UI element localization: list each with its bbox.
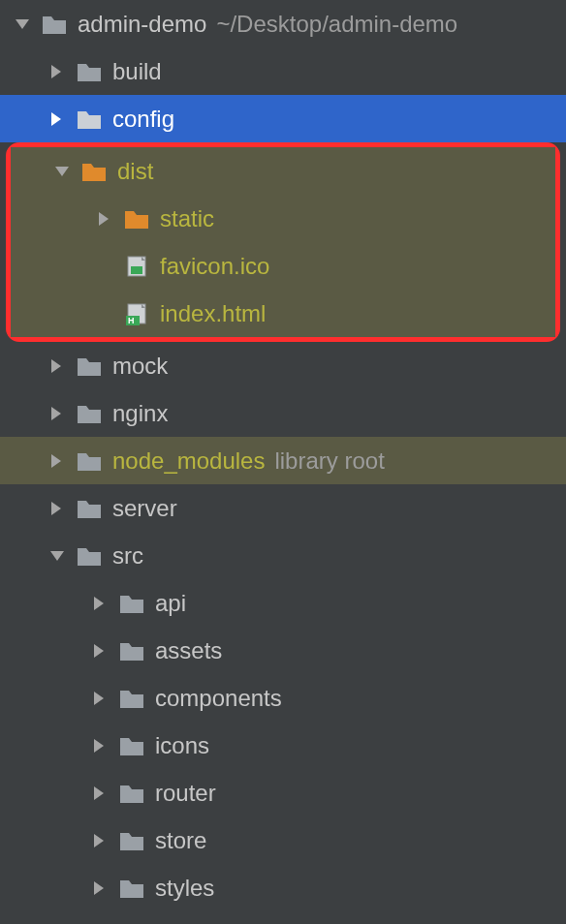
folder-icon — [76, 60, 103, 83]
folder-icon — [41, 13, 68, 36]
tree-item-dist[interactable]: dist — [11, 147, 555, 195]
item-label: assets — [155, 637, 222, 664]
tree-item-index[interactable]: index.html — [11, 290, 555, 337]
folder-icon — [118, 592, 145, 615]
tree-item-build[interactable]: build — [0, 47, 566, 95]
item-label: api — [155, 590, 186, 617]
chevron-right-icon[interactable] — [48, 500, 66, 517]
item-label: src — [112, 542, 143, 570]
root-label: admin-demo — [78, 11, 206, 38]
folder-icon — [118, 734, 145, 757]
image-file-icon — [123, 255, 150, 278]
tree-item-assets[interactable]: assets — [0, 627, 566, 674]
tree-item-router[interactable]: router — [0, 769, 566, 816]
project-tree: admin-demo ~/Desktop/admin-demo build co… — [0, 0, 566, 924]
folder-icon — [80, 160, 108, 183]
chevron-right-icon[interactable] — [91, 737, 109, 755]
folder-icon — [118, 782, 145, 805]
item-label: build — [112, 58, 162, 85]
chevron-right-icon[interactable] — [48, 452, 66, 470]
html-file-icon — [123, 302, 150, 325]
chevron-right-icon[interactable] — [91, 879, 109, 897]
item-note: library root — [274, 447, 384, 475]
tree-item-node-modules[interactable]: node_modules library root — [0, 437, 566, 484]
folder-icon — [118, 687, 145, 710]
folder-icon — [76, 449, 103, 473]
chevron-right-icon[interactable] — [48, 357, 66, 375]
chevron-right-icon[interactable] — [48, 405, 66, 422]
item-label: components — [155, 685, 282, 712]
chevron-right-icon[interactable] — [96, 210, 113, 228]
folder-icon — [76, 402, 103, 425]
chevron-right-icon[interactable] — [91, 690, 109, 707]
folder-icon — [123, 207, 150, 231]
chevron-right-icon[interactable] — [48, 110, 66, 128]
folder-icon — [76, 108, 103, 131]
tree-item-store[interactable]: store — [0, 816, 566, 864]
tree-item-nginx[interactable]: nginx — [0, 389, 566, 437]
item-label: server — [112, 495, 177, 522]
chevron-down-icon[interactable] — [48, 547, 66, 565]
item-label: styles — [155, 875, 214, 902]
tree-item-styles[interactable]: styles — [0, 864, 566, 911]
tree-item-icons[interactable]: icons — [0, 722, 566, 769]
folder-icon — [118, 877, 145, 900]
tree-item-config[interactable]: config — [0, 95, 566, 142]
tree-item-mock[interactable]: mock — [0, 342, 566, 389]
folder-icon — [118, 639, 145, 662]
chevron-right-icon[interactable] — [91, 832, 109, 849]
tree-item-api[interactable]: api — [0, 579, 566, 627]
item-label: favicon.ico — [160, 253, 269, 280]
item-label: index.html — [160, 300, 266, 327]
item-label: node_modules — [112, 447, 265, 475]
item-label: icons — [155, 732, 209, 759]
item-label: store — [155, 827, 206, 854]
folder-icon — [76, 354, 103, 378]
tree-item-static[interactable]: static — [11, 195, 555, 242]
chevron-down-icon[interactable] — [53, 163, 71, 180]
folder-icon — [76, 544, 103, 568]
tree-item-components[interactable]: components — [0, 674, 566, 722]
item-label: router — [155, 780, 216, 807]
item-label: nginx — [112, 400, 168, 427]
chevron-right-icon[interactable] — [91, 595, 109, 612]
tree-item-favicon[interactable]: favicon.ico — [11, 242, 555, 290]
folder-icon — [76, 497, 103, 520]
chevron-right-icon[interactable] — [91, 785, 109, 802]
tree-item-server[interactable]: server — [0, 484, 566, 532]
item-label: config — [112, 106, 174, 133]
tree-root[interactable]: admin-demo ~/Desktop/admin-demo — [0, 0, 566, 47]
item-label: static — [160, 205, 214, 232]
tree-item-src[interactable]: src — [0, 532, 566, 579]
item-label: dist — [117, 158, 153, 185]
item-label: mock — [112, 353, 168, 380]
tree-item-utils[interactable]: utils — [0, 911, 566, 924]
highlight-annotation: dist static favicon.ico — [6, 142, 560, 342]
root-path: ~/Desktop/admin-demo — [216, 11, 457, 38]
folder-icon — [118, 829, 145, 852]
chevron-right-icon[interactable] — [91, 642, 109, 660]
chevron-right-icon[interactable] — [48, 63, 66, 80]
chevron-down-icon[interactable] — [14, 15, 31, 33]
